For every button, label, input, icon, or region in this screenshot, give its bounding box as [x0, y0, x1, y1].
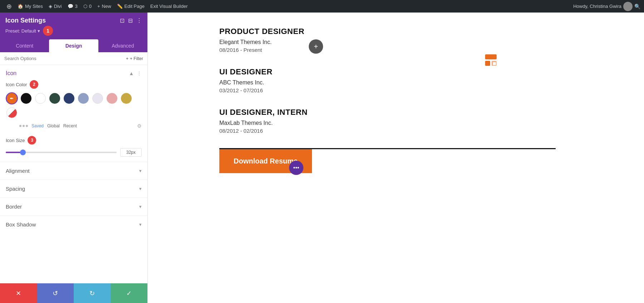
icon-section: Icon ▲ ⋮ Icon Color 2: [0, 65, 147, 162]
alignment-header[interactable]: Alignment ▾: [0, 162, 147, 180]
filter-label: + Filter: [130, 56, 143, 61]
color-swatches: ✒: [6, 92, 142, 119]
filter-plus-icon: +: [126, 56, 128, 61]
color-swatch-white[interactable]: [34, 92, 47, 104]
job-company-3: MaxLab Themes Inc.: [219, 120, 556, 126]
exit-builder-label: Exit Visual Builder: [150, 4, 188, 9]
save-button[interactable]: ✓: [111, 283, 147, 303]
download-section: Download Resume •••: [219, 148, 556, 173]
color-swatch-darkgreen[interactable]: [49, 92, 61, 104]
step-badge-2: 2: [30, 80, 38, 89]
spacing-chevron: ▾: [139, 186, 142, 191]
color-settings-icon[interactable]: ⚙: [137, 123, 142, 129]
job-company-1: Elegant Themes Inc.: [219, 39, 556, 45]
panel-search: + + Filter: [0, 52, 147, 65]
search-icon[interactable]: 🔍: [634, 4, 640, 9]
cancel-button[interactable]: ✕: [0, 283, 37, 303]
size-slider-value[interactable]: 32px: [120, 148, 142, 157]
job-title-1: PRODUCT DESIGNER: [219, 27, 556, 36]
color-swatch-slate[interactable]: [77, 92, 89, 104]
panel-footer: ✕ ↺ ↻ ✓: [0, 283, 147, 303]
recent-tab[interactable]: Recent: [63, 123, 77, 128]
color-tabs: Saved Global Recent ⚙: [6, 122, 142, 129]
icon-section-content: Icon Color 2 ✒: [0, 80, 147, 162]
panel-header: Icon Settings ⊡ ⊟ ⋮ Preset: Default ▾ 1: [0, 13, 147, 39]
icon-section-title: Icon: [6, 70, 16, 77]
box-shadow-chevron: ▾: [139, 222, 142, 227]
border-header[interactable]: Border ▾: [0, 198, 147, 215]
alignment-section: Alignment ▾: [0, 162, 147, 180]
comments-menu[interactable]: 💬 3: [65, 0, 80, 13]
icon-section-menu[interactable]: ⋮: [137, 70, 142, 76]
spacing-header[interactable]: Spacing ▾: [0, 180, 147, 197]
edit-page-btn[interactable]: ✏️ Edit Page: [114, 0, 147, 13]
icon-size-label: Icon Size 3: [6, 136, 142, 145]
preset-selector[interactable]: Preset: Default ▾: [5, 28, 40, 34]
tab-advanced[interactable]: Advanced: [98, 39, 147, 52]
svg-rect-0: [485, 61, 490, 66]
color-swatch-pink[interactable]: [106, 92, 118, 104]
color-swatch-navy[interactable]: [63, 92, 75, 104]
step-badge-1: 1: [43, 26, 53, 36]
howdy-text: Howdy, Christina Gwira: [573, 4, 621, 9]
edit-icon: ✏️: [117, 4, 123, 9]
feedback-icon: ⬡: [83, 4, 87, 9]
saved-tab[interactable]: Saved: [31, 123, 44, 128]
size-slider-thumb[interactable]: [20, 150, 26, 155]
palette-svg: [484, 54, 497, 67]
color-swatch-black[interactable]: [20, 92, 32, 104]
divi-menu[interactable]: ◈ Divi: [46, 0, 65, 13]
job-company-2: ABC Themes Inc.: [219, 79, 556, 86]
preset-arrow: ▾: [38, 28, 40, 34]
exit-builder-btn[interactable]: Exit Visual Builder: [147, 0, 191, 13]
icon-section-header[interactable]: Icon ▲ ⋮: [0, 65, 147, 80]
svg-rect-3: [493, 62, 496, 65]
divi-icon: ◈: [49, 4, 52, 9]
my-sites-menu[interactable]: 🏠 My Sites: [15, 0, 46, 13]
palette-icon[interactable]: [484, 54, 497, 69]
job-dates-3: 08/2012 - 02/2016: [219, 128, 556, 134]
global-tab[interactable]: Global: [47, 123, 60, 128]
redo-button[interactable]: ↻: [74, 283, 111, 303]
left-panel: Icon Settings ⊡ ⊟ ⋮ Preset: Default ▾ 1: [0, 13, 148, 303]
add-section-button[interactable]: +: [309, 39, 323, 54]
filter-button[interactable]: + + Filter: [126, 56, 143, 61]
size-slider-track[interactable]: [6, 152, 117, 153]
tab-content[interactable]: Content: [0, 39, 49, 52]
comment-icon: 💬: [68, 4, 73, 9]
alignment-title: Alignment: [6, 168, 30, 174]
new-menu[interactable]: + New: [94, 0, 114, 13]
search-input[interactable]: [4, 56, 123, 61]
box-shadow-header[interactable]: Box Shadow ▾: [0, 216, 147, 233]
wp-logo[interactable]: ⊕: [4, 0, 15, 13]
color-swatch-gold[interactable]: [120, 92, 132, 104]
my-sites-label: My Sites: [25, 4, 43, 9]
icon-section-toggle[interactable]: ▲: [129, 70, 134, 76]
job-entry-2: UI DESIGNER ABC Themes Inc. 03/2012 - 07…: [219, 67, 556, 93]
icon-color-label: Icon Color 2: [6, 80, 142, 89]
download-dots-button[interactable]: •••: [289, 161, 303, 175]
step-badge-3: 3: [28, 136, 36, 145]
border-title: Border: [6, 204, 22, 210]
main-layout: Icon Settings ⊡ ⊟ ⋮ Preset: Default ▾ 1: [0, 13, 644, 303]
spacing-title: Spacing: [6, 186, 25, 192]
job-title-3: UI DESIGNER, INTERN: [219, 108, 556, 117]
color-swatch-lavender[interactable]: [92, 92, 104, 104]
tab-design[interactable]: Design: [49, 39, 98, 52]
color-swatch-diagonal[interactable]: [6, 107, 18, 119]
layout-icon[interactable]: ⊟: [128, 17, 133, 24]
sites-icon: 🏠: [18, 4, 23, 9]
color-swatch-orange[interactable]: ✒: [6, 92, 18, 104]
right-panel: + PRODUCT DESIGNER Elegant Themes Inc. 0…: [148, 13, 644, 303]
border-section: Border ▾: [0, 197, 147, 215]
feedback-menu[interactable]: ⬡ 0: [80, 0, 94, 13]
avatar: [623, 2, 633, 11]
dot3: [26, 125, 28, 127]
admin-bar: ⊕ 🏠 My Sites ◈ Divi 💬 3 ⬡ 0 + New ✏️ Edi…: [0, 0, 644, 13]
undo-button[interactable]: ↺: [37, 283, 74, 303]
more-icon[interactable]: ⋮: [136, 17, 142, 24]
resume-content: PRODUCT DESIGNER Elegant Themes Inc. 08/…: [148, 13, 577, 187]
fullscreen-icon[interactable]: ⊡: [120, 17, 125, 24]
new-label: New: [102, 4, 111, 9]
dot1: [19, 125, 21, 127]
